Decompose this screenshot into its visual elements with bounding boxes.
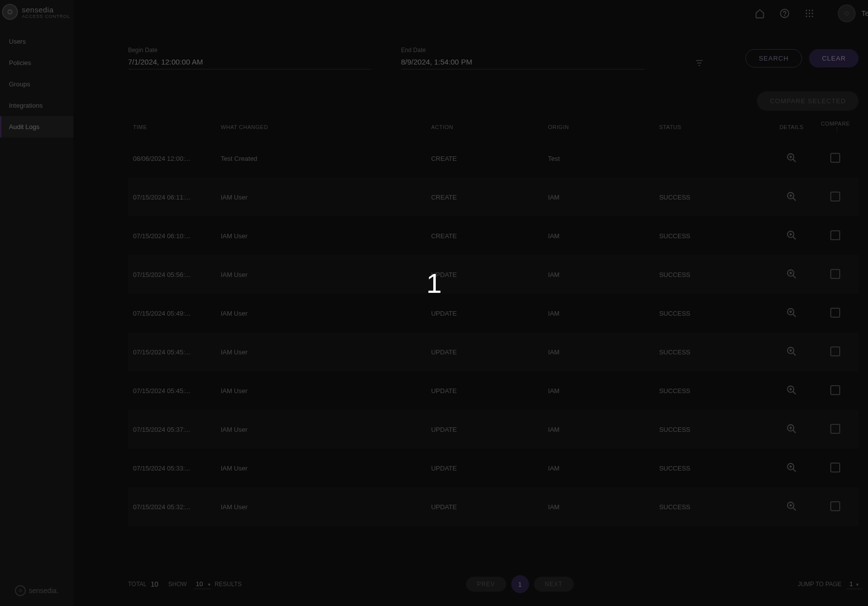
cell-status: SUCCESS bbox=[654, 178, 771, 216]
details-zoom-icon[interactable] bbox=[786, 462, 797, 473]
prev-button[interactable]: PREV bbox=[466, 577, 506, 592]
cell-origin: IAM bbox=[543, 371, 654, 410]
jump-label: JUMP TO PAGE bbox=[798, 581, 842, 588]
compare-checkbox[interactable] bbox=[830, 501, 840, 511]
sidebar-item-users[interactable]: Users bbox=[0, 31, 73, 52]
cell-what-changed: IAM User bbox=[216, 487, 426, 526]
details-zoom-icon[interactable] bbox=[786, 346, 797, 357]
table-row: 07/15/2024 05:32:...IAM UserUPDATEIAMSUC… bbox=[128, 487, 859, 526]
page-number[interactable]: 1 bbox=[511, 575, 529, 593]
clear-button[interactable]: CLEAR bbox=[809, 49, 859, 67]
cell-what-changed: IAM User bbox=[216, 216, 426, 255]
cell-status: SUCCESS bbox=[654, 449, 771, 487]
svg-point-7 bbox=[811, 13, 813, 14]
table-row: 07/15/2024 05:49:...IAM UserUPDATEIAMSUC… bbox=[128, 294, 859, 333]
filters-row: Begin Date End Date SEARCH CLEAR bbox=[128, 47, 859, 69]
details-zoom-icon[interactable] bbox=[786, 152, 797, 163]
home-icon[interactable] bbox=[754, 8, 765, 19]
cell-status: SUCCESS bbox=[654, 487, 771, 526]
svg-point-4 bbox=[811, 10, 813, 11]
cell-what-changed: IAM User bbox=[216, 255, 426, 294]
cell-status: SUCCESS bbox=[654, 216, 771, 255]
help-icon[interactable] bbox=[779, 8, 790, 19]
details-zoom-icon[interactable] bbox=[786, 385, 797, 396]
svg-line-35 bbox=[793, 352, 796, 355]
cell-what-changed: IAM User bbox=[216, 294, 426, 333]
search-button[interactable]: SEARCH bbox=[745, 49, 802, 67]
begin-date-input[interactable] bbox=[128, 55, 371, 69]
cell-time: 07/15/2024 05:49:... bbox=[128, 294, 216, 333]
details-zoom-icon[interactable] bbox=[786, 423, 797, 434]
brand: sensedia ACCESS CONTROL bbox=[0, 0, 73, 22]
compare-selected-button[interactable]: COMPARE SELECTED bbox=[757, 91, 859, 111]
cell-action: UPDATE bbox=[426, 255, 543, 294]
svg-line-23 bbox=[793, 236, 796, 239]
svg-point-3 bbox=[808, 10, 810, 11]
details-zoom-icon[interactable] bbox=[786, 269, 797, 279]
filter-icon[interactable] bbox=[694, 59, 705, 69]
compare-checkbox[interactable] bbox=[830, 463, 840, 472]
cell-origin: Test bbox=[543, 139, 654, 178]
audit-log-table: TIME WHAT CHANGED ACTION ORIGIN STATUS D… bbox=[128, 115, 859, 526]
cell-what-changed: Test Created bbox=[216, 139, 426, 178]
cell-origin: IAM bbox=[543, 294, 654, 333]
cell-action: UPDATE bbox=[426, 449, 543, 487]
svg-line-43 bbox=[793, 430, 796, 433]
compare-checkbox[interactable] bbox=[830, 230, 840, 240]
cell-origin: IAM bbox=[543, 255, 654, 294]
cell-time: 07/15/2024 05:33:... bbox=[128, 449, 216, 487]
avatar bbox=[838, 4, 856, 22]
sidebar-item-integrations[interactable]: Integrations bbox=[0, 95, 73, 116]
svg-point-0 bbox=[781, 9, 789, 18]
cell-status: SUCCESS bbox=[654, 371, 771, 410]
cell-origin: IAM bbox=[543, 410, 654, 449]
sidebar-nav: Users Policies Groups Integrations Audit… bbox=[0, 31, 73, 137]
compare-checkbox[interactable] bbox=[830, 153, 840, 163]
cell-time: 07/15/2024 05:45:... bbox=[128, 333, 216, 371]
user-menu[interactable]: Tech Writer bbox=[838, 4, 868, 22]
cell-origin: IAM bbox=[543, 333, 654, 371]
details-zoom-icon[interactable] bbox=[786, 501, 797, 512]
total-label: TOTAL bbox=[128, 581, 147, 588]
end-date-input[interactable] bbox=[401, 55, 644, 69]
jump-select[interactable]: 1 bbox=[846, 579, 862, 589]
show-select[interactable]: 10 bbox=[194, 579, 211, 589]
col-header-details: DETAILS bbox=[771, 115, 812, 139]
cell-action: UPDATE bbox=[426, 371, 543, 410]
sidebar-item-policies[interactable]: Policies bbox=[0, 52, 73, 73]
end-date-label: End Date bbox=[401, 47, 644, 54]
svg-line-39 bbox=[793, 391, 796, 394]
svg-point-1 bbox=[785, 15, 785, 16]
cell-what-changed: IAM User bbox=[216, 178, 426, 216]
svg-point-2 bbox=[805, 10, 807, 11]
topbar: Tech Writer bbox=[73, 0, 868, 27]
cell-time: 07/15/2024 05:56:... bbox=[128, 255, 216, 294]
compare-checkbox[interactable] bbox=[830, 424, 840, 434]
compare-checkbox[interactable] bbox=[830, 385, 840, 395]
cell-time: 07/15/2024 05:37:... bbox=[128, 410, 216, 449]
apps-grid-icon[interactable] bbox=[804, 8, 815, 19]
cell-what-changed: IAM User bbox=[216, 371, 426, 410]
details-zoom-icon[interactable] bbox=[786, 230, 797, 241]
cell-time: 08/06/2024 12:00:... bbox=[128, 139, 216, 178]
compare-checkbox[interactable] bbox=[830, 269, 840, 279]
cell-time: 07/15/2024 05:45:... bbox=[128, 371, 216, 410]
col-header-time: TIME bbox=[128, 115, 216, 139]
cell-time: 07/15/2024 05:32:... bbox=[128, 487, 216, 526]
compare-checkbox[interactable] bbox=[830, 192, 840, 202]
details-zoom-icon[interactable] bbox=[786, 307, 797, 318]
svg-point-8 bbox=[805, 16, 807, 17]
compare-column-menu-icon[interactable]: ⋮ bbox=[834, 127, 840, 133]
sidebar-item-groups[interactable]: Groups bbox=[0, 73, 73, 95]
compare-checkbox[interactable] bbox=[830, 308, 840, 318]
compare-checkbox[interactable] bbox=[830, 346, 840, 356]
cell-action: UPDATE bbox=[426, 410, 543, 449]
col-header-compare-label: COMPARE bbox=[821, 121, 850, 127]
sidebar-item-audit-logs[interactable]: Audit Logs bbox=[0, 116, 73, 137]
table-row: 07/15/2024 05:37:...IAM UserUPDATEIAMSUC… bbox=[128, 410, 859, 449]
cell-origin: IAM bbox=[543, 216, 654, 255]
user-name: Tech Writer bbox=[862, 9, 868, 17]
next-button[interactable]: NEXT bbox=[534, 577, 574, 592]
details-zoom-icon[interactable] bbox=[786, 191, 797, 202]
table-row: 07/15/2024 06:10:...IAM UserCREATEIAMSUC… bbox=[128, 216, 859, 255]
